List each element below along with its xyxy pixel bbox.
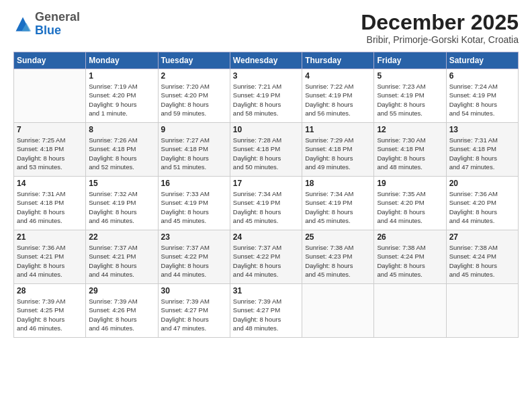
day-info: Sunrise: 7:32 AM Sunset: 4:19 PM Dayligh… xyxy=(89,189,154,225)
calendar-week-2: 7Sunrise: 7:25 AM Sunset: 4:18 PM Daylig… xyxy=(14,123,519,177)
day-info: Sunrise: 7:38 AM Sunset: 4:24 PM Dayligh… xyxy=(449,243,515,279)
table-row: 21Sunrise: 7:36 AM Sunset: 4:21 PM Dayli… xyxy=(14,230,86,284)
header-friday: Friday xyxy=(374,52,446,69)
calendar-week-4: 21Sunrise: 7:36 AM Sunset: 4:21 PM Dayli… xyxy=(14,230,519,284)
day-number: 10 xyxy=(233,125,299,134)
day-number: 1 xyxy=(89,71,154,81)
page-header: General Blue December 2025 Bribir, Primo… xyxy=(13,11,519,45)
logo: General Blue xyxy=(13,11,80,38)
day-number: 11 xyxy=(305,125,371,134)
month-title: December 2025 xyxy=(361,11,519,34)
table-row: 26Sunrise: 7:38 AM Sunset: 4:24 PM Dayli… xyxy=(374,230,446,284)
calendar-week-1: 1Sunrise: 7:19 AM Sunset: 4:20 PM Daylig… xyxy=(14,69,519,123)
day-info: Sunrise: 7:30 AM Sunset: 4:18 PM Dayligh… xyxy=(377,136,443,171)
day-number: 7 xyxy=(17,125,83,134)
day-info: Sunrise: 7:37 AM Sunset: 4:21 PM Dayligh… xyxy=(89,243,154,279)
table-row: 30Sunrise: 7:39 AM Sunset: 4:27 PM Dayli… xyxy=(158,284,230,338)
day-info: Sunrise: 7:35 AM Sunset: 4:20 PM Dayligh… xyxy=(377,189,443,225)
table-row: 6Sunrise: 7:24 AM Sunset: 4:19 PM Daylig… xyxy=(446,69,518,123)
day-number: 3 xyxy=(233,71,299,81)
header-sunday: Sunday xyxy=(14,52,86,69)
day-info: Sunrise: 7:19 AM Sunset: 4:20 PM Dayligh… xyxy=(89,82,154,118)
day-info: Sunrise: 7:39 AM Sunset: 4:27 PM Dayligh… xyxy=(161,297,227,332)
title-block: December 2025 Bribir, Primorje-Gorski Ko… xyxy=(361,11,519,45)
table-row: 19Sunrise: 7:35 AM Sunset: 4:20 PM Dayli… xyxy=(374,177,446,230)
table-row: 23Sunrise: 7:37 AM Sunset: 4:22 PM Dayli… xyxy=(158,230,230,284)
day-info: Sunrise: 7:28 AM Sunset: 4:18 PM Dayligh… xyxy=(233,136,299,171)
day-info: Sunrise: 7:33 AM Sunset: 4:19 PM Dayligh… xyxy=(161,189,227,225)
table-row: 20Sunrise: 7:36 AM Sunset: 4:20 PM Dayli… xyxy=(446,177,518,230)
day-info: Sunrise: 7:39 AM Sunset: 4:26 PM Dayligh… xyxy=(89,297,154,332)
header-monday: Monday xyxy=(86,52,158,69)
day-info: Sunrise: 7:36 AM Sunset: 4:20 PM Dayligh… xyxy=(449,189,515,225)
table-row xyxy=(446,284,518,338)
day-info: Sunrise: 7:34 AM Sunset: 4:19 PM Dayligh… xyxy=(305,189,371,225)
calendar-table: Sunday Monday Tuesday Wednesday Thursday… xyxy=(13,52,519,338)
day-info: Sunrise: 7:36 AM Sunset: 4:21 PM Dayligh… xyxy=(17,243,83,279)
calendar-week-3: 14Sunrise: 7:31 AM Sunset: 4:18 PM Dayli… xyxy=(14,177,519,230)
day-number: 13 xyxy=(449,125,515,134)
day-number: 17 xyxy=(233,179,299,188)
day-number: 12 xyxy=(377,125,443,134)
day-number: 8 xyxy=(89,125,154,134)
day-number: 9 xyxy=(161,125,227,134)
table-row: 25Sunrise: 7:38 AM Sunset: 4:23 PM Dayli… xyxy=(302,230,374,284)
day-info: Sunrise: 7:23 AM Sunset: 4:19 PM Dayligh… xyxy=(377,82,443,118)
table-row: 7Sunrise: 7:25 AM Sunset: 4:18 PM Daylig… xyxy=(14,123,86,177)
day-number: 15 xyxy=(89,179,154,188)
location-subtitle: Bribir, Primorje-Gorski Kotar, Croatia xyxy=(361,34,519,45)
table-row: 27Sunrise: 7:38 AM Sunset: 4:24 PM Dayli… xyxy=(446,230,518,284)
day-number: 16 xyxy=(161,179,227,188)
table-row: 10Sunrise: 7:28 AM Sunset: 4:18 PM Dayli… xyxy=(230,123,302,177)
day-info: Sunrise: 7:25 AM Sunset: 4:18 PM Dayligh… xyxy=(17,136,83,171)
logo-icon xyxy=(13,15,32,34)
table-row: 28Sunrise: 7:39 AM Sunset: 4:25 PM Dayli… xyxy=(14,284,86,338)
day-info: Sunrise: 7:29 AM Sunset: 4:18 PM Dayligh… xyxy=(305,136,371,171)
day-info: Sunrise: 7:31 AM Sunset: 4:18 PM Dayligh… xyxy=(17,189,83,225)
header-saturday: Saturday xyxy=(446,52,518,69)
table-row: 12Sunrise: 7:30 AM Sunset: 4:18 PM Dayli… xyxy=(374,123,446,177)
table-row xyxy=(374,284,446,338)
table-row xyxy=(302,284,374,338)
day-info: Sunrise: 7:37 AM Sunset: 4:22 PM Dayligh… xyxy=(233,243,299,279)
header-thursday: Thursday xyxy=(302,52,374,69)
table-row: 13Sunrise: 7:31 AM Sunset: 4:18 PM Dayli… xyxy=(446,123,518,177)
table-row: 14Sunrise: 7:31 AM Sunset: 4:18 PM Dayli… xyxy=(14,177,86,230)
day-number: 26 xyxy=(377,232,443,242)
table-row: 5Sunrise: 7:23 AM Sunset: 4:19 PM Daylig… xyxy=(374,69,446,123)
day-info: Sunrise: 7:22 AM Sunset: 4:19 PM Dayligh… xyxy=(305,82,371,118)
table-row: 15Sunrise: 7:32 AM Sunset: 4:19 PM Dayli… xyxy=(86,177,158,230)
table-row: 31Sunrise: 7:39 AM Sunset: 4:27 PM Dayli… xyxy=(230,284,302,338)
day-info: Sunrise: 7:31 AM Sunset: 4:18 PM Dayligh… xyxy=(449,136,515,171)
day-number: 19 xyxy=(377,179,443,188)
table-row: 17Sunrise: 7:34 AM Sunset: 4:19 PM Dayli… xyxy=(230,177,302,230)
logo-blue-text: Blue xyxy=(35,24,61,37)
day-number: 29 xyxy=(89,286,154,295)
table-row: 8Sunrise: 7:26 AM Sunset: 4:18 PM Daylig… xyxy=(86,123,158,177)
header-wednesday: Wednesday xyxy=(230,52,302,69)
day-number: 22 xyxy=(89,232,154,242)
table-row: 18Sunrise: 7:34 AM Sunset: 4:19 PM Dayli… xyxy=(302,177,374,230)
calendar-header-row: Sunday Monday Tuesday Wednesday Thursday… xyxy=(14,52,519,69)
day-number: 18 xyxy=(305,179,371,188)
table-row: 4Sunrise: 7:22 AM Sunset: 4:19 PM Daylig… xyxy=(302,69,374,123)
day-number: 5 xyxy=(377,71,443,81)
day-info: Sunrise: 7:20 AM Sunset: 4:20 PM Dayligh… xyxy=(161,82,227,118)
day-number: 31 xyxy=(233,286,299,295)
day-info: Sunrise: 7:39 AM Sunset: 4:27 PM Dayligh… xyxy=(233,297,299,332)
table-row: 3Sunrise: 7:21 AM Sunset: 4:19 PM Daylig… xyxy=(230,69,302,123)
table-row xyxy=(14,69,86,123)
day-number: 23 xyxy=(161,232,227,242)
table-row: 9Sunrise: 7:27 AM Sunset: 4:18 PM Daylig… xyxy=(158,123,230,177)
day-info: Sunrise: 7:38 AM Sunset: 4:24 PM Dayligh… xyxy=(377,243,443,279)
table-row: 29Sunrise: 7:39 AM Sunset: 4:26 PM Dayli… xyxy=(86,284,158,338)
day-number: 14 xyxy=(17,179,83,188)
day-info: Sunrise: 7:26 AM Sunset: 4:18 PM Dayligh… xyxy=(89,136,154,171)
day-number: 27 xyxy=(449,232,515,242)
day-number: 30 xyxy=(161,286,227,295)
day-number: 20 xyxy=(449,179,515,188)
day-number: 25 xyxy=(305,232,371,242)
day-number: 24 xyxy=(233,232,299,242)
header-tuesday: Tuesday xyxy=(158,52,230,69)
day-number: 21 xyxy=(17,232,83,242)
